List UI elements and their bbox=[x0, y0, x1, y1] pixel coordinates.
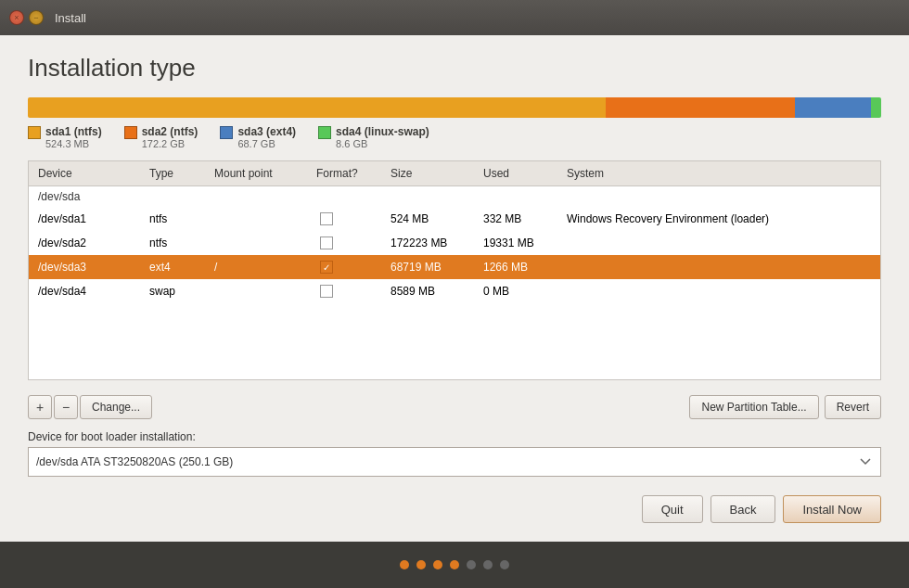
cell-system: Windows Recovery Environment (loader) bbox=[563, 211, 875, 227]
cell-system bbox=[563, 289, 875, 293]
col-format: Format? bbox=[313, 165, 387, 182]
cell-type: ntfs bbox=[146, 211, 211, 227]
minimize-button[interactable]: − bbox=[29, 10, 44, 25]
cell-used: 1266 MB bbox=[480, 259, 563, 275]
cell-mount bbox=[211, 241, 313, 245]
legend-name-sda4: sda4 (linux-swap) bbox=[336, 125, 429, 138]
cell-used: 332 MB bbox=[480, 211, 563, 227]
nav-buttons: Quit Back Install Now bbox=[28, 488, 881, 527]
cell-type: swap bbox=[146, 283, 211, 300]
dot-4 bbox=[450, 560, 459, 569]
change-partition-button[interactable]: Change... bbox=[80, 395, 152, 419]
col-system: System bbox=[563, 165, 875, 182]
legend-name-sda2: sda2 (ntfs) bbox=[142, 125, 198, 138]
table-row[interactable]: /dev/sda2 ntfs 172223 MB 19331 MB bbox=[29, 231, 880, 255]
cell-device: /dev/sda1 bbox=[34, 211, 146, 227]
dot-7 bbox=[500, 560, 509, 569]
cell-device: /dev/sda2 bbox=[34, 235, 146, 251]
bootloader-label: Device for boot loader installation: bbox=[28, 430, 881, 443]
legend-item-sda3: sda3 (ext4) 68.7 GB bbox=[220, 125, 296, 149]
bootloader-section: Device for boot loader installation: /de… bbox=[28, 430, 881, 477]
format-checkbox-sda1[interactable] bbox=[320, 212, 333, 225]
new-partition-table-button[interactable]: New Partition Table... bbox=[689, 395, 818, 419]
cell-mount bbox=[211, 217, 313, 221]
cell-size: 68719 MB bbox=[387, 259, 480, 275]
legend-item-sda2: sda2 (ntfs) 172.2 GB bbox=[124, 125, 198, 149]
col-size: Size bbox=[387, 165, 480, 182]
cell-system bbox=[563, 241, 875, 245]
table-row[interactable]: /dev/sda3 ext4 / ✓ 68719 MB 1266 MB bbox=[29, 255, 880, 279]
col-used: Used bbox=[480, 165, 563, 182]
partition-bar-sda1 bbox=[28, 97, 606, 118]
progress-dots bbox=[0, 542, 909, 588]
close-button[interactable]: × bbox=[9, 10, 24, 25]
legend-color-sda4 bbox=[318, 126, 331, 139]
cell-mount bbox=[211, 289, 313, 293]
legend-item-sda4: sda4 (linux-swap) 8.6 GB bbox=[318, 125, 429, 149]
legend-color-sda1 bbox=[28, 126, 41, 139]
partition-bar-sda4 bbox=[871, 97, 881, 118]
quit-button[interactable]: Quit bbox=[642, 495, 703, 523]
dot-2 bbox=[416, 560, 426, 569]
format-checkbox-sda4[interactable] bbox=[320, 285, 333, 298]
dot-3 bbox=[433, 560, 442, 569]
col-type: Type bbox=[146, 165, 211, 182]
legend-size-sda1: 524.3 MB bbox=[45, 138, 102, 149]
col-mount: Mount point bbox=[211, 165, 313, 182]
legend-name-sda1: sda1 (ntfs) bbox=[45, 125, 102, 138]
dot-6 bbox=[483, 560, 493, 569]
cell-format[interactable] bbox=[313, 235, 387, 251]
remove-partition-button[interactable]: − bbox=[54, 395, 78, 419]
legend-item-sda1: sda1 (ntfs) 524.3 MB bbox=[28, 125, 102, 149]
window-content: Installation type sda1 (ntfs) 524.3 MB bbox=[0, 35, 909, 542]
col-device: Device bbox=[34, 165, 146, 182]
table-row[interactable]: /dev/sda1 ntfs 524 MB 332 MB Windows Rec… bbox=[29, 207, 880, 231]
install-now-button[interactable]: Install Now bbox=[783, 495, 881, 523]
table-header: Device Type Mount point Format? Size Use… bbox=[29, 161, 880, 186]
partition-legend: sda1 (ntfs) 524.3 MB sda2 (ntfs) 172.2 G… bbox=[28, 125, 881, 149]
dot-1 bbox=[400, 560, 409, 569]
cell-format[interactable] bbox=[313, 211, 387, 227]
cell-type: ntfs bbox=[146, 235, 211, 251]
dot-5 bbox=[467, 560, 476, 569]
partition-bar-sda2 bbox=[606, 97, 795, 118]
legend-size-sda4: 8.6 GB bbox=[336, 138, 429, 149]
partition-bar-container: sda1 (ntfs) 524.3 MB sda2 (ntfs) 172.2 G… bbox=[28, 97, 881, 149]
format-checkbox-sda3[interactable]: ✓ bbox=[320, 261, 333, 274]
legend-color-sda2 bbox=[124, 126, 137, 139]
page-title: Installation type bbox=[28, 54, 881, 83]
cell-size: 524 MB bbox=[387, 211, 480, 227]
cell-used: 19331 MB bbox=[480, 235, 563, 251]
cell-mount: / bbox=[211, 259, 313, 275]
titlebar: × − Install bbox=[0, 0, 909, 35]
cell-size: 172223 MB bbox=[387, 235, 480, 251]
table-actions-right: New Partition Table... Revert bbox=[689, 395, 881, 419]
legend-size-sda3: 68.7 GB bbox=[237, 138, 296, 149]
legend-color-sda3 bbox=[220, 126, 233, 139]
cell-used: 0 MB bbox=[480, 283, 563, 300]
legend-size-sda2: 172.2 GB bbox=[142, 138, 198, 149]
cell-size: 8589 MB bbox=[387, 283, 480, 300]
partition-bar-sda3 bbox=[795, 97, 871, 118]
revert-button[interactable]: Revert bbox=[825, 395, 881, 419]
titlebar-title: Install bbox=[55, 11, 86, 25]
add-partition-button[interactable]: + bbox=[28, 395, 52, 419]
legend-name-sda3: sda3 (ext4) bbox=[237, 125, 296, 138]
table-actions-left: + − Change... bbox=[28, 395, 152, 419]
cell-system bbox=[563, 265, 875, 269]
cell-device: /dev/sda4 bbox=[34, 283, 146, 300]
cell-format[interactable] bbox=[313, 283, 387, 300]
titlebar-buttons: × − bbox=[9, 10, 44, 25]
back-button[interactable]: Back bbox=[711, 495, 776, 523]
format-checkbox-sda2[interactable] bbox=[320, 236, 333, 249]
partition-bar bbox=[28, 97, 881, 118]
bootloader-select[interactable]: /dev/sda ATA ST3250820AS (250.1 GB) bbox=[28, 447, 881, 477]
cell-device: /dev/sda3 bbox=[34, 259, 146, 275]
table-body: /dev/sda /dev/sda1 ntfs 524 MB 332 MB Wi… bbox=[29, 186, 880, 379]
group-header-sda: /dev/sda bbox=[29, 186, 880, 207]
table-row[interactable]: /dev/sda4 swap 8589 MB 0 MB bbox=[29, 279, 880, 303]
partition-table: Device Type Mount point Format? Size Use… bbox=[28, 160, 881, 380]
main-window: Installation type sda1 (ntfs) 524.3 MB bbox=[0, 35, 909, 542]
cell-type: ext4 bbox=[146, 259, 211, 275]
cell-format[interactable]: ✓ bbox=[313, 259, 387, 275]
